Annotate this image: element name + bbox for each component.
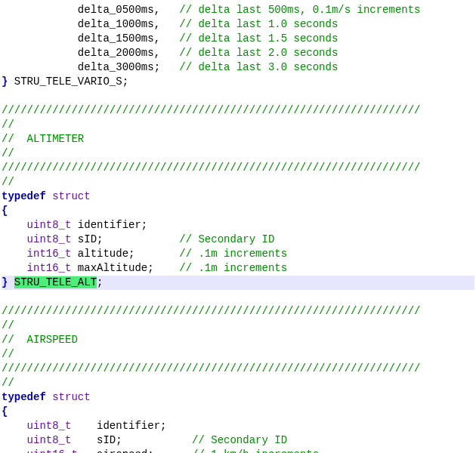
brace-close: } xyxy=(2,276,8,288)
field-name: altitude; xyxy=(78,248,135,260)
separator: ////////////////////////////////////////… xyxy=(2,162,421,174)
field-name: maxAltitude; xyxy=(78,262,154,274)
section-title: // ALTIMETER xyxy=(2,133,84,145)
keyword-typedef: typedef xyxy=(2,190,46,202)
comment: // .1m increments xyxy=(179,262,287,274)
field-name: delta_1000ms xyxy=(78,18,154,30)
field-type: uint16_t xyxy=(27,448,78,453)
field-name: identifier; xyxy=(97,420,166,432)
field-type: int16_t xyxy=(27,262,72,274)
highlighted-line: } STRU_TELE_ALT; xyxy=(2,276,474,290)
field-name: delta_0500ms xyxy=(78,4,154,16)
field-name: delta_2000ms xyxy=(78,47,154,59)
comment: // delta last 2.0 seconds xyxy=(179,47,338,59)
separator-blank: // xyxy=(2,176,14,188)
field-name: delta_1500ms xyxy=(78,32,154,45)
field-type: uint8_t xyxy=(27,233,72,245)
field-type: uint8_t xyxy=(27,420,72,432)
separator-blank: // xyxy=(2,119,14,131)
comment: // Secondary ID xyxy=(192,434,287,446)
separator-blank: // xyxy=(2,348,14,360)
separator: ////////////////////////////////////////… xyxy=(2,104,421,116)
field-name: sID; xyxy=(97,434,122,446)
keyword-struct: struct xyxy=(52,190,90,202)
field-name: identifier; xyxy=(78,219,147,231)
comment: // delta last 3.0 seconds xyxy=(179,61,338,73)
comment: // delta last 1.0 seconds xyxy=(179,18,338,30)
struct-name: STRU_TELE_VARIO_S; xyxy=(14,76,128,88)
separator: ////////////////////////////////////////… xyxy=(2,362,421,374)
separator-blank: // xyxy=(2,147,14,159)
comment: // Secondary ID xyxy=(179,233,274,245)
field-type: uint8_t xyxy=(27,219,72,231)
brace-close: } xyxy=(2,76,8,88)
keyword-struct: struct xyxy=(52,391,90,403)
brace-open: { xyxy=(2,205,8,217)
separator-blank: // xyxy=(2,319,14,331)
comment: // delta last 500ms, 0.1m/s increments xyxy=(179,4,420,16)
code-block: delta_0500ms, // delta last 500ms, 0.1m/… xyxy=(0,0,476,453)
comment: // delta last 1.5 seconds xyxy=(179,32,338,45)
separator-blank: // xyxy=(2,377,14,389)
separator: ////////////////////////////////////////… xyxy=(2,305,421,317)
struct-name-highlighted: STRU_TELE_ALT xyxy=(14,276,97,288)
comment: // 1 km/h increments xyxy=(192,448,319,453)
field-type: uint8_t xyxy=(27,434,72,446)
field-name: delta_3000ms; xyxy=(78,61,160,73)
comment: // .1m increments xyxy=(179,248,287,260)
field-type: int16_t xyxy=(27,248,72,260)
field-name: airspeed; xyxy=(97,448,154,453)
section-title: // AIRSPEED xyxy=(2,334,78,346)
keyword-typedef: typedef xyxy=(2,391,46,403)
brace-open: { xyxy=(2,405,8,418)
semicolon: ; xyxy=(97,276,103,288)
field-name: sID; xyxy=(78,233,104,245)
